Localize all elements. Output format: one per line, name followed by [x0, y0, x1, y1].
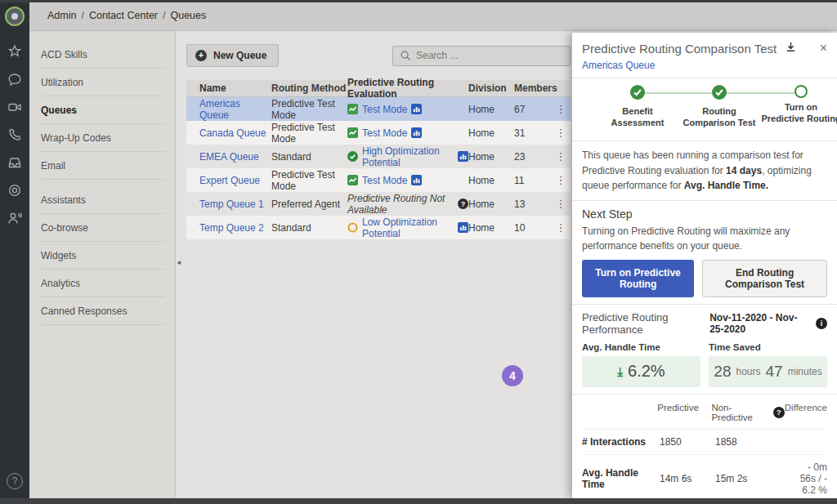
- help-icon[interactable]: ?: [7, 473, 23, 489]
- sidebar-item-co-browse[interactable]: Co-browse: [41, 214, 165, 242]
- chat-bubble-icon[interactable]: [7, 71, 23, 87]
- evaluation-link[interactable]: Test Mode: [362, 127, 407, 139]
- step-done-check-icon: [712, 85, 727, 100]
- breadcrumb-queues[interactable]: Queues: [170, 10, 206, 21]
- col-non-predictive: Non-Predictive: [711, 403, 769, 422]
- step-done-check-icon: [630, 85, 645, 100]
- breadcrumb: Admin / Contact Center / Queues: [29, 0, 837, 31]
- new-queue-button[interactable]: + New Queue: [186, 44, 279, 67]
- queue-link[interactable]: Temp Queue 2: [199, 222, 264, 234]
- low-potential-circle-icon: [347, 222, 358, 233]
- table-row[interactable]: Temp Queue 2 Standard Low Optimization P…: [186, 216, 571, 239]
- comparison-row-interactions: # Interactions 1850 1858: [582, 430, 827, 455]
- performance-title: Predictive Routing Performance: [582, 311, 705, 336]
- check-circle-icon: [347, 151, 358, 162]
- row-menu-icon[interactable]: ⋮: [553, 221, 569, 234]
- help-tooltip-icon[interactable]: ?: [773, 407, 785, 418]
- table-row[interactable]: Americas Queue Predictive Test Mode Test…: [186, 97, 571, 121]
- target-circle-icon[interactable]: [7, 182, 23, 198]
- queue-link[interactable]: Temp Queue 1: [199, 198, 264, 210]
- test-mode-chart-icon: [347, 175, 358, 185]
- queue-search: [392, 46, 571, 66]
- next-step-title: Next Step: [582, 207, 827, 221]
- sidebar-item-acd-skills[interactable]: ACD Skills: [41, 41, 165, 69]
- test-mode-chart-icon: [347, 104, 358, 114]
- sidebar-item-analytics[interactable]: Analytics: [41, 270, 165, 297]
- bar-chart-icon[interactable]: [458, 151, 468, 162]
- table-header: Name Routing Method Predictive Routing E…: [186, 80, 571, 97]
- minutes-value: 47: [766, 363, 783, 381]
- bar-chart-icon[interactable]: [411, 175, 422, 185]
- close-icon[interactable]: ×: [820, 42, 827, 55]
- evaluation-link[interactable]: Low Optimization Potential: [362, 216, 454, 239]
- video-camera-icon[interactable]: [7, 99, 23, 115]
- evaluation-link[interactable]: Test Mode: [362, 104, 407, 115]
- step-pending-circle-icon: [794, 85, 808, 98]
- col-members: Members: [514, 83, 553, 94]
- breadcrumb-admin[interactable]: Admin: [47, 10, 76, 21]
- col-predictive: Predictive: [657, 403, 711, 422]
- phone-icon[interactable]: [7, 127, 23, 143]
- time-saved-card: Time Saved 28 hours 47 minutes: [709, 342, 827, 387]
- agent-voice-icon[interactable]: [7, 210, 23, 226]
- user-avatar[interactable]: [5, 7, 25, 26]
- sidebar-item-email[interactable]: Email: [41, 152, 165, 180]
- queue-link[interactable]: Americas Queue: [199, 98, 240, 121]
- bar-chart-icon[interactable]: [411, 104, 422, 114]
- table-row[interactable]: Expert Queue Predictive Test Mode Test M…: [186, 168, 571, 192]
- end-routing-comparison-test-button[interactable]: End Routing Comparison Test: [702, 260, 827, 297]
- search-icon: [400, 50, 411, 61]
- evaluation-link[interactable]: Test Mode: [362, 175, 407, 186]
- evaluation-text: Predictive Routing Not Available: [347, 193, 454, 216]
- queues-table: Name Routing Method Predictive Routing E…: [186, 80, 571, 239]
- queue-link[interactable]: Canada Queue: [199, 127, 266, 139]
- performance-date-range: Nov-11-2020 - Nov-25-2020: [709, 312, 811, 335]
- row-menu-icon[interactable]: ⋮: [553, 103, 569, 115]
- comparison-row-aht: Avg. Handle Time 14m 6s 15m 2s - 0m 56s …: [582, 455, 827, 498]
- avatar-person-icon: [11, 13, 18, 20]
- test-mode-chart-icon: [347, 127, 358, 138]
- sidebar-item-utilization[interactable]: Utilization: [41, 69, 165, 96]
- admin-sidebar: ACD Skills Utilization Queues Wrap-Up Co…: [29, 31, 176, 504]
- col-difference: Difference: [785, 403, 827, 422]
- sidebar-item-canned-responses[interactable]: Canned Responses: [41, 297, 165, 325]
- sidebar-collapse-arrow[interactable]: ◂: [177, 258, 181, 266]
- info-icon[interactable]: i: [816, 318, 827, 329]
- step-benefit-assessment: BenefitAssessment: [597, 85, 678, 129]
- comparison-summary-text: This queue has been running a comparison…: [582, 148, 827, 194]
- queue-link[interactable]: Expert Queue: [199, 175, 260, 186]
- down-arrow-icon: ⤓: [617, 364, 623, 379]
- aht-value: 6.2%: [628, 362, 665, 381]
- window-top-edge: [0, 0, 837, 2]
- breadcrumb-separator: /: [81, 10, 83, 21]
- sidebar-item-assistants[interactable]: Assistants: [41, 186, 165, 214]
- row-menu-icon[interactable]: ⋮: [553, 127, 569, 139]
- breadcrumb-contact-center[interactable]: Contact Center: [89, 10, 158, 21]
- inbox-tray-icon[interactable]: [7, 154, 23, 171]
- plus-icon: +: [195, 50, 207, 61]
- step-routing-comparison-test: RoutingComparison Test: [678, 85, 760, 129]
- sidebar-item-wrap-up-codes[interactable]: Wrap-Up Codes: [41, 124, 165, 152]
- col-division: Division: [468, 83, 514, 94]
- search-input[interactable]: [416, 50, 563, 61]
- hours-value: 28: [714, 363, 731, 381]
- queue-link[interactable]: EMEA Queue: [199, 151, 259, 163]
- turn-on-predictive-routing-button[interactable]: Turn on Predictive Routing: [582, 260, 694, 297]
- table-row[interactable]: Temp Queue 1 Preferred Agent Predictive …: [186, 192, 571, 216]
- table-row[interactable]: Canada Queue Predictive Test Mode Test M…: [186, 121, 571, 145]
- sidebar-item-widgets[interactable]: Widgets: [41, 242, 165, 270]
- favorites-star-icon[interactable]: [7, 43, 23, 60]
- row-menu-icon[interactable]: ⋮: [553, 150, 569, 163]
- bar-chart-icon[interactable]: [411, 127, 422, 138]
- row-menu-icon[interactable]: ⋮: [553, 198, 569, 210]
- icon-rail: ?: [0, 0, 29, 504]
- download-icon[interactable]: [785, 41, 797, 56]
- bar-chart-icon[interactable]: [458, 222, 468, 233]
- evaluation-link[interactable]: High Optimization Potential: [362, 145, 454, 168]
- sidebar-item-queues[interactable]: Queues: [41, 96, 165, 124]
- table-row[interactable]: EMEA Queue Standard High Optimization Po…: [186, 145, 571, 168]
- row-menu-icon[interactable]: ⋮: [553, 174, 569, 186]
- next-step-text: Turning on Predictive Routing will maxim…: [582, 224, 827, 253]
- panel-queue-link[interactable]: Americas Queue: [582, 60, 655, 71]
- help-tooltip-icon[interactable]: ?: [458, 198, 468, 209]
